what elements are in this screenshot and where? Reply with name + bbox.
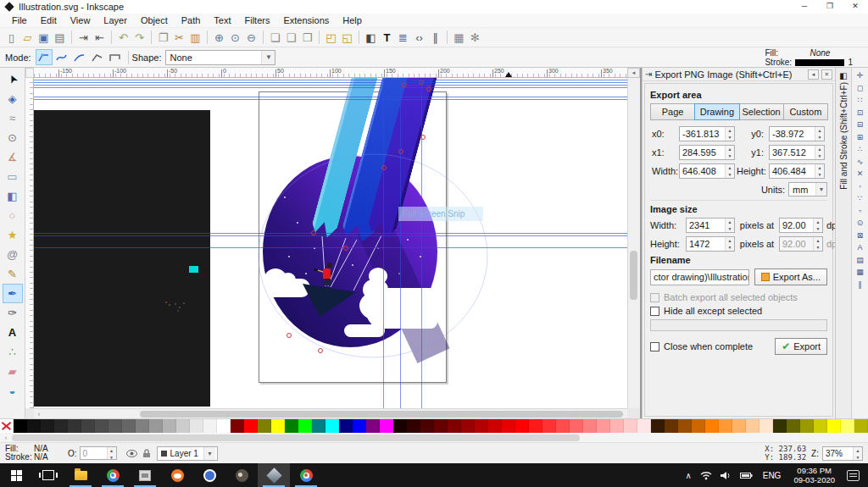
fill-stroke-dialog-icon[interactable]: ◧ [363, 30, 379, 46]
ruler-vertical[interactable] [25, 78, 34, 408]
mode-bspline-path[interactable] [71, 49, 88, 65]
palette-swatch[interactable] [800, 419, 814, 433]
document-properties-icon[interactable]: ▦ [451, 30, 467, 46]
tool-tweak[interactable]: ≈ [3, 108, 23, 128]
palette-swatch[interactable] [570, 419, 583, 433]
horizontal-scrollbar-thumb[interactable] [140, 411, 623, 418]
palette-swatch[interactable] [122, 419, 136, 433]
palette-scrollbar-thumb[interactable] [12, 434, 580, 441]
tool-pen-bezier[interactable]: ✒ [3, 284, 23, 303]
export-area-tab-selection[interactable]: Selection [739, 103, 784, 120]
zoom-drawing-icon[interactable]: ⊙ [227, 30, 243, 46]
tool-measure[interactable]: ∡ [3, 147, 23, 167]
paste-icon[interactable]: ▥ [187, 30, 203, 46]
scroll-left-icon[interactable]: ‹ [34, 410, 44, 418]
tool-eraser[interactable]: ▰ [3, 362, 23, 381]
mode-regular-bezier[interactable] [36, 49, 53, 65]
align-distribute-icon[interactable]: ∥ [427, 30, 443, 46]
guide-line[interactable] [383, 78, 384, 408]
field-input-x1[interactable]: 284.595▲▼ [679, 145, 735, 160]
palette-swatch[interactable] [312, 419, 326, 433]
start-button[interactable] [0, 463, 32, 487]
palette-swatch[interactable] [624, 419, 637, 433]
palette-swatch[interactable] [14, 419, 27, 433]
undo-icon[interactable]: ↶ [115, 30, 131, 46]
palette-swatch[interactable] [502, 419, 515, 433]
export-area-tab-page[interactable]: Page [650, 103, 695, 120]
menu-layer[interactable]: Layer [97, 14, 134, 27]
palette-swatch[interactable] [217, 419, 231, 433]
field-input-y1[interactable]: 367.512▲▼ [769, 145, 825, 160]
duplicate-icon[interactable]: ❏ [267, 30, 283, 46]
snap-path-icon[interactable]: ∿ [854, 156, 867, 169]
menu-help[interactable]: Help [336, 14, 369, 27]
palette-swatch[interactable] [353, 419, 366, 433]
file-explorer-app[interactable] [64, 463, 97, 487]
krita-app[interactable] [193, 463, 225, 487]
snap-guides-icon[interactable]: ∥ [854, 279, 867, 291]
create-clone-icon[interactable]: ❑ [283, 30, 299, 46]
tool-3d-box[interactable]: ◧ [3, 186, 23, 206]
guide-line[interactable] [421, 78, 422, 408]
export-area-tab-custom[interactable]: Custom [783, 103, 828, 120]
palette-swatch[interactable] [163, 419, 176, 433]
xml-editor-icon[interactable]: ‹› [411, 30, 427, 46]
copy-icon[interactable]: ❐ [155, 30, 171, 46]
mode-spiro-path[interactable] [53, 49, 70, 65]
tool-spray[interactable]: ∴ [3, 342, 23, 362]
palette-swatch[interactable] [841, 419, 854, 433]
snap-path-intersections-icon[interactable]: ✕ [854, 168, 867, 180]
palette-swatch[interactable] [380, 419, 393, 433]
blender-app[interactable] [161, 463, 193, 487]
guide-line[interactable] [34, 85, 627, 86]
palette-swatch[interactable] [149, 419, 163, 433]
action-center-icon[interactable] [847, 470, 860, 481]
gimp-app[interactable] [225, 463, 258, 487]
palette-swatch[interactable] [366, 419, 380, 433]
palette-scrollbar[interactable]: ‹ [0, 433, 868, 443]
dock-close-icon[interactable]: ✕ [821, 69, 832, 80]
palette-swatch[interactable] [705, 419, 719, 433]
horizontal-scrollbar[interactable]: ‹ › [34, 408, 627, 418]
layer-lock-icon[interactable] [142, 449, 151, 458]
palette-swatch[interactable] [827, 419, 841, 433]
unlink-clone-icon[interactable]: ❒ [299, 30, 315, 46]
menu-file[interactable]: File [5, 14, 34, 27]
palette-swatch[interactable] [610, 419, 624, 433]
cut-icon[interactable]: ✂ [171, 30, 187, 46]
palette-swatch[interactable] [68, 419, 81, 433]
snap-object-midpoints-icon[interactable]: ⊙ [854, 217, 867, 230]
print-icon[interactable]: ▤ [52, 30, 68, 46]
vertical-scrollbar[interactable] [627, 78, 640, 408]
image-width-input[interactable]: 2341▲▼ [686, 218, 735, 233]
palette-swatch[interactable] [665, 419, 678, 433]
tool-calligraphy[interactable]: ✑ [3, 303, 23, 323]
snap-grids-icon[interactable]: ▦ [854, 266, 867, 279]
mode-straight-segments[interactable] [89, 49, 106, 65]
palette-swatch[interactable] [136, 419, 149, 433]
stroke-color-swatch[interactable] [795, 59, 844, 66]
palette-swatch[interactable] [732, 419, 746, 433]
palette-swatch[interactable] [108, 419, 122, 433]
minimize-button[interactable]: ─ [792, 0, 817, 14]
group-objects-icon[interactable]: ◰ [323, 30, 339, 46]
fill-stroke-status[interactable]: Fill:N/A Stroke:N/A [5, 445, 59, 462]
palette-swatch[interactable] [190, 419, 203, 433]
palette-swatch[interactable] [773, 419, 787, 433]
palette-none-swatch[interactable] [0, 419, 14, 433]
menu-edit[interactable]: Edit [34, 14, 64, 27]
palette-swatch[interactable] [583, 419, 597, 433]
palette-swatch[interactable] [271, 419, 285, 433]
palette-swatch[interactable] [420, 419, 434, 433]
export-icon[interactable]: ⇤ [92, 30, 108, 46]
guide-line[interactable] [34, 247, 627, 248]
field-input-width[interactable]: 646.408▲▼ [679, 163, 735, 179]
clock[interactable]: 09:36 PM 09-03-2020 [793, 466, 835, 484]
guide-line[interactable] [34, 97, 627, 97]
palette-swatch[interactable] [434, 419, 448, 433]
snap-rotation-centers-icon[interactable]: ⊠ [854, 230, 867, 242]
chrome-app[interactable] [97, 463, 129, 487]
palette-swatch[interactable] [339, 419, 353, 433]
snap-line-midpoints-icon[interactable]: ▫ [854, 205, 867, 218]
palette-swatch[interactable] [461, 419, 475, 433]
